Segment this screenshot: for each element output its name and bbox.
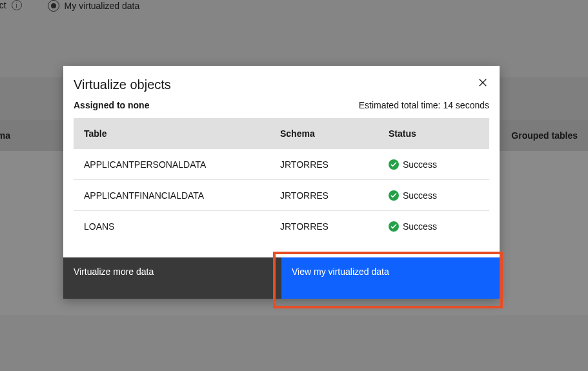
cell-status: Success [389,159,489,170]
table-row: APPLICANTPERSONALDATA JRTORRES Success [74,149,489,180]
modal-title: Virtualize objects [74,77,489,92]
assigned-text: Assigned to none [74,100,149,110]
modal-subheader: Assigned to none Estimated total time: 1… [63,97,500,118]
col-header-status: Status [389,128,489,139]
status-text: Success [403,221,437,232]
eta-text: Estimated total time: 14 seconds [359,100,489,110]
cell-schema: JRTORRES [280,190,389,201]
table-body: APPLICANTPERSONALDATA JRTORRES Success A… [74,149,489,242]
view-virtualized-button[interactable]: View my virtualized data [281,257,500,299]
table-header-row: Table Schema Status [74,118,489,149]
success-icon [389,159,399,170]
results-table: Table Schema Status APPLICANTPERSONALDAT… [74,118,489,242]
cell-table: LOANS [74,221,280,232]
cell-schema: JRTORRES [280,159,389,170]
close-icon [478,78,487,87]
cell-schema: JRTORRES [280,221,389,232]
cell-status: Success [389,221,489,232]
success-icon [389,190,399,201]
table-row: APPLICANTFINANCIALDATA JRTORRES Success [74,180,489,211]
virtualize-modal: Virtualize objects Assigned to none Esti… [63,66,500,299]
cell-table: APPLICANTFINANCIALDATA [74,190,280,201]
success-icon [389,221,399,232]
status-text: Success [403,190,437,201]
col-header-schema: Schema [280,128,389,139]
table-row: LOANS JRTORRES Success [74,211,489,242]
cell-status: Success [389,190,489,201]
status-text: Success [403,159,437,170]
modal-footer: Virtualize more data View my virtualized… [63,257,500,299]
virtualize-more-button[interactable]: Virtualize more data [63,257,281,299]
col-header-table: Table [74,128,280,139]
cell-table: APPLICANTPERSONALDATA [74,159,280,170]
modal-header: Virtualize objects [63,66,500,97]
close-button[interactable] [476,76,489,89]
